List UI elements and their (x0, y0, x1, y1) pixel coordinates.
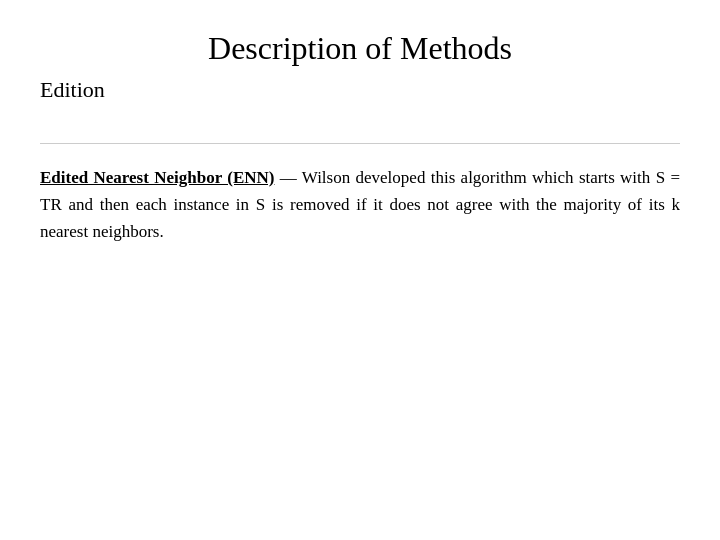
subtitle: Edition (40, 77, 680, 103)
em-dash: — (274, 168, 301, 187)
page-container: Description of Methods Edition Edited Ne… (0, 0, 720, 540)
title-section: Description of Methods Edition (40, 30, 680, 103)
enn-label: Edited Nearest Neighbor (ENN) (40, 168, 274, 187)
content-section: Edited Nearest Neighbor (ENN) — Wilson d… (40, 164, 680, 246)
main-title: Description of Methods (40, 30, 680, 67)
divider (40, 143, 680, 144)
